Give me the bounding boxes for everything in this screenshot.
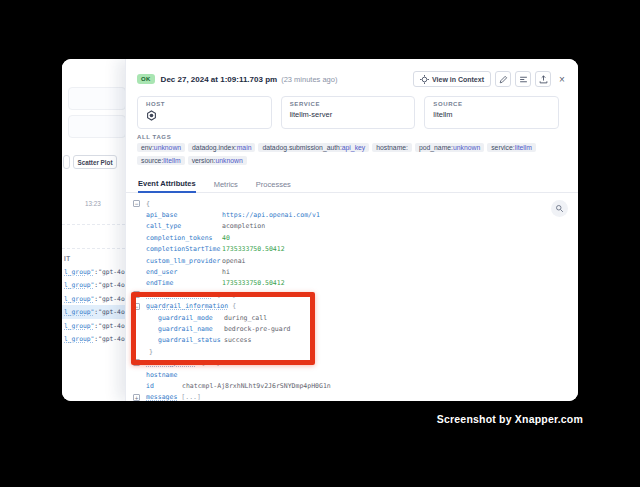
- service-value: litellm-server: [290, 110, 407, 119]
- attribute-row[interactable]: completionStartTime1735333750.50412: [126, 244, 578, 255]
- screenshot-stage: Scatter Plot 13:23 IT l_group":"gpt-4o l…: [0, 0, 640, 487]
- collapsed-panel-row: [68, 87, 126, 110]
- tab-metrics[interactable]: Metrics: [214, 180, 238, 192]
- host-icon: [146, 110, 263, 121]
- list-item-key: l_group": [64, 281, 94, 288]
- list-item[interactable]: l_group":"gpt-4o: [62, 332, 125, 345]
- related-events-icon: [519, 75, 528, 84]
- tag-key: datadog.submission_auth:: [262, 144, 341, 151]
- source-card[interactable]: SOURCE litellm: [424, 96, 559, 129]
- tag-key: version:: [192, 157, 216, 164]
- relative-time: (23 minutes ago): [281, 75, 337, 84]
- attribute-key: call_type: [146, 222, 222, 230]
- list-item[interactable]: l_group":"gpt-4o: [62, 278, 125, 291]
- watermark-text: Screenshot by Xnapper.com: [437, 413, 583, 425]
- tag-value: unknown: [215, 157, 242, 164]
- tag-pills: env:unknown datadog.index:main datadog.s…: [137, 143, 566, 165]
- annotation-highlight-box: [131, 292, 315, 365]
- tag-key: source:: [141, 157, 163, 164]
- list-item-key: l_group": [64, 268, 94, 275]
- attribute-value: 40: [222, 234, 230, 242]
- list-item-value: :"gpt-4o: [94, 308, 124, 315]
- tag-value: litellm: [163, 157, 180, 164]
- view-in-context-button[interactable]: View in Context: [413, 71, 491, 87]
- attribute-value: hi: [222, 268, 230, 276]
- tag[interactable]: datadog.submission_auth:api_key: [258, 143, 369, 152]
- attribute-row[interactable]: −{: [126, 198, 578, 209]
- attribute-key: end_user: [146, 268, 222, 276]
- list-item-value: :"gpt-4o: [94, 322, 124, 329]
- host-card[interactable]: HOST: [137, 96, 272, 129]
- list-item[interactable]: l_group":"gpt-4o: [62, 319, 125, 332]
- attribute-value: chatcmpl-Aj8rxhNLht9v2J6rSNYDmp4pH0G1n: [182, 382, 331, 390]
- pencil-icon: [499, 75, 508, 84]
- card-label: SOURCE: [433, 101, 550, 107]
- close-icon: ×: [559, 74, 565, 85]
- tag-value: unknown: [453, 144, 480, 151]
- list-item-value: :"gpt-4o: [94, 268, 124, 275]
- close-button[interactable]: ×: [555, 71, 569, 87]
- list-item[interactable]: l_group":"gpt-4o: [62, 265, 125, 278]
- attribute-row[interactable]: +messages[...]: [126, 392, 578, 401]
- list-item[interactable]: l_group":"gpt-4o: [62, 292, 125, 305]
- tag[interactable]: datadog.index:main: [188, 143, 255, 152]
- tag-value: unknown: [154, 144, 181, 151]
- export-icon: [539, 75, 548, 84]
- attribute-row[interactable]: idchatcmpl-Aj8rxhNLht9v2J6rSNYDmp4pH0G1n: [126, 380, 578, 391]
- list-item-value: :"gpt-4o: [94, 281, 124, 288]
- truncated-button[interactable]: [63, 155, 70, 169]
- tag[interactable]: pod_name:unknown: [415, 143, 484, 152]
- attribute-value: openai: [222, 257, 245, 265]
- time-axis-tick: 13:23: [85, 200, 101, 207]
- attribute-row[interactable]: custom_llm_provideropenai: [126, 255, 578, 266]
- card-label: SERVICE: [290, 101, 407, 107]
- collapsed-array: [...]: [181, 393, 201, 401]
- tag-key: hostname:: [376, 144, 408, 151]
- collapsed-panel-row: [68, 115, 126, 138]
- attribute-value: 1735333750.50412: [222, 279, 285, 287]
- export-button[interactable]: [535, 71, 551, 87]
- attribute-key: api_base: [146, 211, 222, 219]
- attribute-row[interactable]: hostname: [126, 369, 578, 380]
- collapse-icon[interactable]: −: [133, 200, 140, 207]
- card-label: HOST: [146, 101, 263, 107]
- source-value: litellm: [433, 110, 550, 119]
- attribute-key: custom_llm_provider: [146, 257, 222, 265]
- attribute-value: acompletion: [222, 222, 265, 230]
- tag-key: service:: [491, 144, 514, 151]
- event-timestamp: Dec 27, 2024 at 1:09:11.703 pm: [161, 75, 278, 84]
- header-actions: View in Context ×: [413, 71, 569, 87]
- list-item-key: l_group": [64, 295, 94, 302]
- expand-icon[interactable]: +: [133, 394, 140, 401]
- scatter-plot-button[interactable]: Scatter Plot: [73, 155, 117, 169]
- list-item-selected[interactable]: l_group":"gpt-4o: [62, 305, 125, 318]
- attribute-row[interactable]: end_userhi: [126, 266, 578, 277]
- tag[interactable]: source:litellm: [137, 156, 185, 165]
- list-column-header: IT: [64, 255, 71, 262]
- tag[interactable]: service:litellm: [487, 143, 536, 152]
- attribute-key: completion_tokens: [146, 234, 222, 242]
- attribute-key: endTime: [146, 279, 222, 287]
- tag[interactable]: version:unknown: [188, 156, 247, 165]
- tab-processes[interactable]: Processes: [256, 180, 291, 192]
- all-tags-section: ALL TAGS env:unknown datadog.index:main …: [137, 134, 566, 165]
- background-left-pane: Scatter Plot 13:23 IT l_group":"gpt-4o l…: [62, 59, 125, 401]
- chart-gridline: [62, 248, 125, 249]
- tag-key: pod_name:: [419, 144, 453, 151]
- info-cards: HOST SERVICE litellm-server SOURCE litel…: [137, 96, 559, 129]
- tag[interactable]: env:unknown: [137, 143, 185, 152]
- attribute-value-link[interactable]: https://api.openai.com/v1: [222, 211, 320, 219]
- related-events-button[interactable]: [515, 71, 531, 87]
- attribute-row[interactable]: call_typeacompletion: [126, 221, 578, 232]
- edit-button[interactable]: [495, 71, 511, 87]
- service-card[interactable]: SERVICE litellm-server: [281, 96, 416, 129]
- attribute-row[interactable]: completion_tokens40: [126, 232, 578, 243]
- attribute-row[interactable]: api_basehttps://api.openai.com/v1: [126, 209, 578, 220]
- all-tags-label: ALL TAGS: [137, 134, 566, 140]
- tab-event-attributes[interactable]: Event Attributes: [138, 179, 196, 193]
- attribute-row[interactable]: endTime1735333750.50412: [126, 278, 578, 289]
- list-item-key: l_group": [64, 308, 94, 315]
- tag[interactable]: hostname:: [372, 143, 412, 152]
- attribute-value: 1735333750.50412: [222, 245, 285, 253]
- attribute-key[interactable]: messages: [146, 393, 177, 401]
